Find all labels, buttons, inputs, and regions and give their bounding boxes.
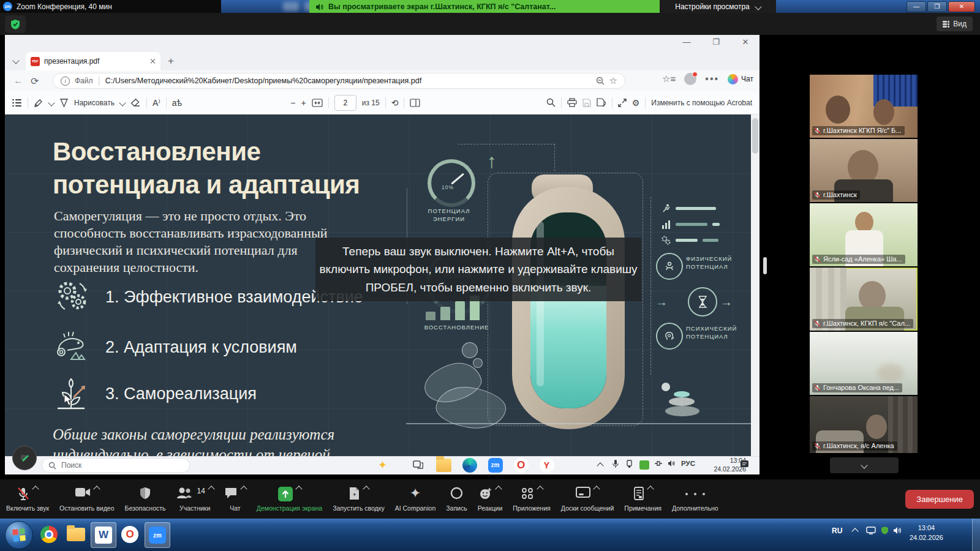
fullscreen-icon[interactable]: [618, 99, 627, 107]
taskbar-zoom-icon[interactable]: zm: [145, 522, 170, 548]
page-view-icon[interactable]: [410, 99, 420, 107]
summary-button[interactable]: ✦ Запустить сводку: [333, 487, 385, 512]
yandex-icon[interactable]: Y: [539, 457, 554, 473]
draw-chevron-icon[interactable]: [119, 99, 126, 106]
taskbar-opera-icon[interactable]: O: [118, 522, 142, 547]
participant-tile[interactable]: г.Шахтинск: [810, 139, 918, 202]
view-layout-button[interactable]: Вид: [937, 17, 973, 31]
panel-drag-handle[interactable]: [763, 257, 767, 274]
share-screen-button[interactable]: Демонстрация экрана: [257, 487, 322, 512]
chat-chevron-icon[interactable]: [240, 485, 247, 492]
save-icon[interactable]: [582, 99, 591, 107]
pen-icon[interactable]: [59, 98, 69, 108]
tray-antivirus-icon[interactable]: [639, 460, 649, 470]
taskbar-language[interactable]: RU: [832, 527, 842, 535]
participants-button[interactable]: 14 Участники: [176, 487, 214, 512]
page-number-input[interactable]: 2: [334, 95, 356, 111]
tray-volume-icon[interactable]: [893, 526, 902, 537]
task-view-icon[interactable]: [410, 457, 426, 473]
rotate-icon[interactable]: ⟲: [391, 98, 399, 108]
taskbar-chrome-icon[interactable]: [37, 522, 61, 547]
notes-button[interactable]: Примечания: [624, 487, 662, 512]
whiteboards-chevron-icon[interactable]: [593, 485, 600, 492]
toc-icon[interactable]: [12, 99, 22, 107]
taskbar-search-input[interactable]: Поиск: [42, 458, 190, 473]
security-shield-button[interactable]: [5, 15, 26, 33]
pdf-scrollbar[interactable]: [751, 114, 760, 456]
tray-mic-icon[interactable]: [612, 460, 619, 470]
tray-display-icon[interactable]: [866, 526, 876, 537]
tab-close-icon[interactable]: [149, 58, 156, 64]
browser-restore-button[interactable]: ❐: [706, 37, 726, 47]
browser-tab[interactable]: PDF презентация.pdf: [26, 52, 160, 70]
tray-usb-icon[interactable]: [626, 460, 633, 470]
refresh-icon[interactable]: ⟳: [31, 75, 39, 87]
end-meeting-button[interactable]: Завершение: [905, 490, 974, 509]
show-desktop-button[interactable]: [972, 519, 980, 551]
taskbar-word-icon[interactable]: W: [91, 522, 116, 548]
tray-notifications-icon[interactable]: [740, 460, 749, 470]
scrollbar-thumb[interactable]: [752, 118, 758, 154]
page-info-icon[interactable]: i: [61, 77, 70, 86]
collapse-panel-button[interactable]: [830, 457, 899, 473]
taskbar-explorer-icon[interactable]: [64, 522, 88, 547]
tab-search-chevron-icon[interactable]: [12, 57, 19, 64]
security-button[interactable]: Безопасность: [125, 487, 166, 512]
edit-with-acrobat-button[interactable]: Изменить с помощью Acrobat: [651, 99, 752, 107]
file-explorer-icon[interactable]: [436, 457, 451, 473]
new-tab-button[interactable]: +: [168, 55, 174, 67]
browser-minimize-button[interactable]: —: [676, 37, 697, 47]
search-icon[interactable]: [546, 98, 556, 107]
audio-options-chevron-icon[interactable]: [32, 485, 39, 492]
edge-browser-icon[interactable]: [462, 457, 477, 473]
address-field[interactable]: i Файл | C:/Users/Методический%20Кабинет…: [53, 73, 625, 89]
chat-button[interactable]: Чат: [224, 487, 246, 512]
start-button[interactable]: [5, 521, 33, 549]
zoom-out-page-icon[interactable]: −: [290, 98, 295, 108]
back-icon[interactable]: ←: [13, 75, 23, 86]
print-icon[interactable]: [567, 98, 577, 107]
highlighter-icon[interactable]: [34, 98, 43, 108]
opera-icon[interactable]: O: [513, 457, 529, 473]
more-button[interactable]: Дополнительно: [672, 487, 718, 512]
apps-chevron-icon[interactable]: [537, 485, 543, 492]
annotation-tool-button[interactable]: [12, 446, 37, 470]
text-style-icon[interactable]: аѣ: [172, 98, 182, 108]
zoom-in-page-icon[interactable]: +: [301, 98, 306, 108]
participant-tile[interactable]: Гончарова Оксана пед...: [810, 332, 918, 395]
unmute-button[interactable]: Включить звук: [6, 487, 49, 512]
stop-video-button[interactable]: Остановить видео: [59, 487, 114, 512]
whiteboards-button[interactable]: Доски сообщений: [561, 487, 614, 512]
apps-button[interactable]: Приложения: [513, 487, 550, 512]
record-button[interactable]: Запись: [446, 487, 467, 512]
summary-chevron-icon[interactable]: [363, 485, 369, 492]
participants-chevron-icon[interactable]: [208, 485, 214, 492]
zoom-out-icon[interactable]: [596, 77, 605, 85]
tray-speaker-icon[interactable]: [668, 460, 676, 469]
favorites-bar-icon[interactable]: ☆≡: [662, 73, 676, 84]
copilot-chat-button[interactable]: Чат: [728, 74, 753, 84]
video-options-chevron-icon[interactable]: [93, 485, 100, 492]
participant-tile-active-speaker[interactable]: г.Шахтинск, КГКП я/с "Сал...: [810, 268, 918, 331]
tray-language[interactable]: РУС: [681, 460, 695, 467]
highlighter-chevron-icon[interactable]: [48, 99, 55, 106]
participant-tile[interactable]: Ясли-сад «Аленка» Ша...: [810, 203, 918, 266]
browser-menu-icon[interactable]: •••: [705, 73, 719, 84]
read-aloud-icon[interactable]: A⁾: [153, 98, 160, 108]
tray-plug-icon[interactable]: [654, 460, 663, 469]
taskbar-clock[interactable]: 13:04 24.02.2026: [910, 523, 943, 543]
profile-avatar[interactable]: [684, 73, 696, 85]
settings-gear-icon[interactable]: ⚙: [632, 98, 640, 108]
reactions-chevron-icon[interactable]: [495, 485, 502, 492]
save-as-icon[interactable]: [597, 98, 606, 107]
close-button[interactable]: ✕: [948, 1, 975, 12]
eraser-icon[interactable]: [130, 99, 141, 107]
notes-chevron-icon[interactable]: [647, 485, 654, 492]
tray-shield-icon[interactable]: [881, 526, 889, 537]
browser-close-button[interactable]: ✕: [735, 37, 756, 47]
ai-companion-button[interactable]: ✦ AI Companion: [395, 487, 436, 512]
minimize-button[interactable]: —: [907, 1, 926, 12]
participant-tile[interactable]: г.Шахтинск, я/с Аленка: [810, 396, 918, 453]
participant-tile[interactable]: г.Шахтинск КГКП Я/с" Б...: [810, 75, 918, 138]
draw-label[interactable]: Нарисовать: [74, 99, 115, 107]
